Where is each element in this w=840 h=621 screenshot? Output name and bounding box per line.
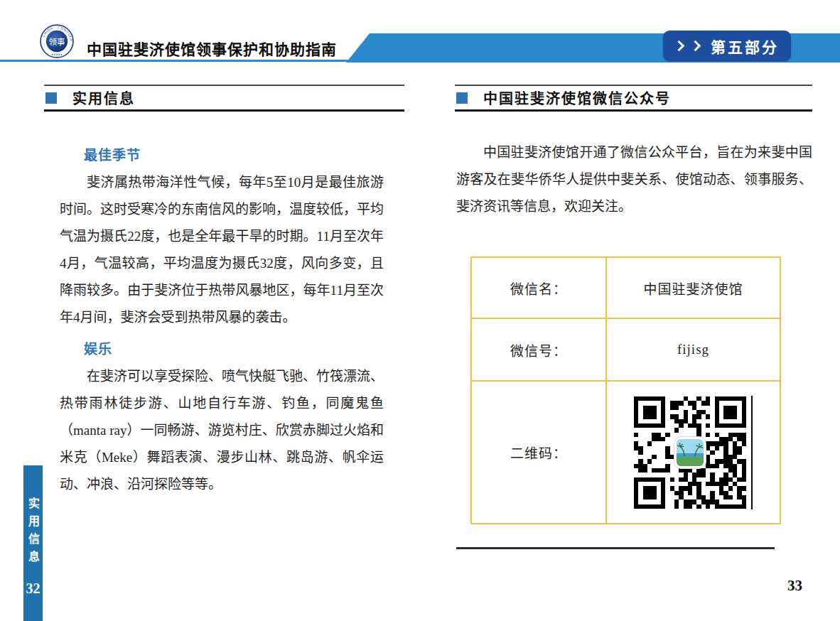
sidebar-chapter-tab: 实用信息 32 [23, 465, 43, 621]
scan-artifact-line [751, 396, 753, 509]
subsection-heading-best-season: 最佳季节 [84, 144, 384, 163]
square-bullet-icon [456, 92, 468, 104]
wechat-id-value: fijisg [606, 318, 780, 381]
paragraph-best-season: 斐济属热带海洋性气候，每年5至10月是最佳旅游时间。这时受寒冷的东南信风的影响，… [60, 169, 384, 331]
qr-code-label: 二维码： [471, 381, 606, 524]
chevron-right-icon [674, 40, 685, 52]
section-header-practical-info: 实用信息 [44, 85, 404, 112]
seal-center-text: 领事 [49, 38, 65, 46]
qr-code-cell [606, 381, 780, 524]
left-page-content: 最佳季节 斐济属热带海洋性气候，每年5至10月是最佳旅游时间。这时受寒冷的东南信… [60, 140, 384, 505]
wechat-name-label: 微信名： [471, 257, 606, 318]
chevron-right-icon [690, 40, 701, 52]
footer-rule [456, 547, 775, 549]
table-row: 二维码： [471, 381, 780, 524]
wechat-id-label: 微信号： [471, 318, 606, 381]
page-number-right: 33 [787, 577, 802, 595]
wechat-info-table: 微信名： 中国驻斐济使馆 微信号： fijisg 二维码： [470, 256, 781, 524]
document-title: 中国驻斐济使馆领事保护和协助指南 [87, 38, 337, 59]
table-row: 微信名： 中国驻斐济使馆 [471, 257, 780, 318]
section-header-wechat-account: 中国驻斐济使馆微信公众号 [455, 85, 812, 112]
page-number-left: 32 [23, 580, 43, 597]
paragraph-wechat-intro: 中国驻斐济使馆开通了微信公众平台，旨在为来斐中国游客及在斐华侨华人提供中斐关系、… [456, 139, 812, 220]
wechat-name-value: 中国驻斐济使馆 [606, 257, 780, 318]
table-row: 微信号： fijisg [471, 318, 780, 381]
right-page-content: 中国驻斐济使馆开通了微信公众平台，旨在为来斐中国游客及在斐华侨华人提供中斐关系、… [456, 139, 812, 227]
part-badge: 第五部分 [663, 31, 791, 61]
square-bullet-icon [45, 92, 57, 104]
paragraph-entertainment: 在斐济可以享受探险、喷气快艇飞驰、竹筏漂流、热带雨林徒步游、山地自行车游、钓鱼，… [60, 363, 384, 498]
sidebar-chapter-label: 实用信息 [23, 480, 43, 586]
section-title: 实用信息 [72, 87, 135, 108]
qr-center-beach-logo-icon [674, 437, 706, 468]
wechat-qr-code-icon [634, 396, 746, 509]
seal-stars: ★★★★★ [51, 53, 63, 56]
header-rule-blue [0, 60, 360, 62]
part-badge-label: 第五部分 [711, 36, 779, 57]
section-title: 中国驻斐济使馆微信公众号 [483, 87, 671, 108]
consular-affairs-seal-icon: CHINA · CONSULAR · AFFAIRS 领事 ★★★★★ [40, 24, 74, 58]
subsection-heading-entertainment: 娱乐 [84, 338, 384, 357]
guide-page-spread: CHINA · CONSULAR · AFFAIRS 领事 ★★★★★ 中国驻斐… [0, 0, 840, 621]
